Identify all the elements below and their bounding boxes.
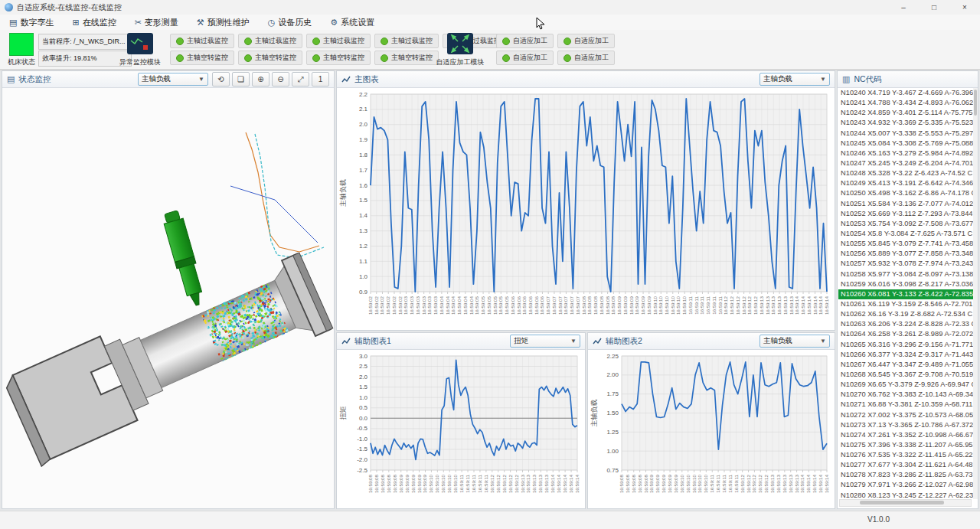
menu-item-4[interactable]: ◷设备历史 (259, 15, 322, 30)
adaptive-badge-r2-0[interactable]: 自适应加工 (496, 51, 554, 65)
adaptive-badge-r2-1[interactable]: 自适应加工 (557, 51, 615, 65)
overload-badge-3[interactable]: 主轴过载监控 (374, 34, 439, 48)
close-button[interactable]: × (949, 1, 980, 15)
chart-icon (341, 75, 351, 84)
nc-line[interactable]: N10270 X6.762 Y-3.383 Z-10.143 A-69.34 (838, 390, 973, 400)
signal-select-dropdown[interactable]: 主轴负载 ▼ (138, 73, 208, 86)
nc-line[interactable]: N10272 X7.002 Y-3.375 Z-10.573 A-68.05 (838, 410, 973, 420)
nc-line[interactable]: N10278 X7.823 Y-3.286 Z-11.825 A-63.73 (838, 470, 973, 480)
nc-line[interactable]: N10252 X5.669 Y-3.112 Z-7.293 A-73.844 (838, 209, 973, 219)
nc-line[interactable]: N10254 X5.8 Y-3.084 Z-7.625 A-73.571 C (838, 229, 973, 239)
nc-hscroll-thumb[interactable] (860, 501, 944, 505)
nc-line[interactable]: N10265 X6.316 Y-3.296 Z-9.156 A-71.771 (838, 340, 973, 350)
aux-chart2-signal-dropdown[interactable]: 主轴负载 ▼ (760, 335, 830, 348)
nc-code-list[interactable]: N10240 X4.719 Y-3.467 Z-4.669 A-76.396N1… (838, 88, 973, 499)
abnormal-monitor-module-icon[interactable] (127, 33, 153, 54)
nc-line[interactable]: N10276 X7.535 Y-3.322 Z-11.415 A-65.22 (838, 450, 973, 460)
svg-text:16:59:13: 16:59:13 (759, 296, 764, 315)
nc-code-title: NC代码 (854, 74, 881, 85)
aux-chart2-plot[interactable]: 16:59:0816:59:0816:59:0816:59:0816:59:08… (588, 350, 835, 508)
nc-line[interactable]: N10268 X6.545 Y-3.367 Z-9.708 A-70.519 (838, 370, 973, 380)
adaptive-badge-r1-1[interactable]: 自适应加工 (557, 34, 615, 48)
nc-vertical-scrollbar[interactable] (973, 88, 978, 499)
nc-line[interactable]: N10274 X7.261 Y-3.352 Z-10.998 A-66.67 (838, 430, 973, 440)
nc-line[interactable]: N10259 X6.016 Y-3.098 Z-8.217 A-73.036 (838, 279, 973, 289)
nc-line[interactable]: N10277 X7.677 Y-3.304 Z-11.621 A-64.48 (838, 460, 973, 470)
menu-item-2[interactable]: ✂变形测量 (126, 15, 188, 30)
aux-chart1-title: 辅助图表1 (354, 336, 391, 347)
aux-chart2-header: 辅助图表2 主轴负载 ▼ (588, 333, 835, 350)
nc-line[interactable]: N10266 X6.377 Y-3.324 Z-9.317 A-71.443 (838, 350, 973, 360)
reset-view-icon[interactable]: ⟲ (212, 72, 230, 87)
svg-text:0.5: 0.5 (359, 404, 368, 411)
nc-line-current[interactable]: N10260 X6.081 Y-3.133 Z-8.422 A-72.835 (838, 289, 973, 299)
zoom-out-icon[interactable]: ⊖ (272, 72, 289, 87)
fit-view-icon[interactable]: ⤢ (292, 72, 309, 87)
nc-line[interactable]: N10261 X6.119 Y-3.159 Z-8.546 A-72.701 (838, 299, 973, 309)
main-chart-plot[interactable]: 16:59:0216:59:0216:59:0216:59:0216:59:02… (337, 88, 835, 330)
nc-vscroll-thumb[interactable] (974, 90, 977, 116)
nc-line[interactable]: N10250 X5.498 Y-3.162 Z-6.86 A-74.178 C (838, 188, 973, 198)
menu-item-0[interactable]: ▤数字孪生 (0, 15, 63, 30)
adaptive-badge-row-2: 自适应加工自适应加工 (496, 51, 615, 65)
minimize-button[interactable]: – (888, 1, 919, 15)
zoom-in-icon[interactable]: ⊕ (252, 72, 270, 87)
status-monitor-title: 状态监控 (18, 74, 51, 85)
nc-line[interactable]: N10269 X6.65 Y-3.379 Z-9.926 A-69.947 C (838, 380, 973, 390)
aux-chart1-plot[interactable]: 16:59:0816:59:0816:59:0816:59:0816:59:08… (337, 350, 585, 508)
nc-line[interactable]: N10263 X6.206 Y-3.224 Z-8.828 A-72.33 C (838, 319, 973, 329)
overload-badge-2[interactable]: 主轴过载监控 (306, 34, 371, 48)
nc-line[interactable]: N10264 X6.258 Y-3.261 Z-8.989 A-72.072 (838, 329, 973, 339)
nc-line[interactable]: N10255 X5.845 Y-3.079 Z-7.741 A-73.458 (838, 239, 973, 249)
nc-line[interactable]: N10273 X7.13 Y-3.365 Z-10.786 A-67.372 (838, 420, 973, 430)
idle-badge-2[interactable]: 主轴空转监控 (306, 51, 371, 65)
maximize-button[interactable]: □ (919, 1, 949, 15)
nc-line[interactable]: N10244 X5.007 Y-3.338 Z-5.553 A-75.297 (838, 129, 973, 139)
adaptive-module-icon[interactable] (447, 33, 473, 54)
svg-text:16:59:05: 16:59:05 (486, 296, 492, 315)
pan-icon[interactable]: ❏ (232, 72, 250, 87)
status-dot-icon (381, 54, 388, 62)
nc-line[interactable]: N10256 X5.889 Y-3.077 Z-7.858 A-73.348 (838, 249, 973, 259)
main-chart-signal-dropdown[interactable]: 主轴负载 ▼ (760, 73, 830, 86)
nc-line[interactable]: N10245 X5.084 Y-3.308 Z-5.769 A-75.088 (838, 139, 973, 149)
nc-line[interactable]: N10253 X5.754 Y-3.092 Z-7.508 A-73.677 (838, 219, 973, 229)
nc-line[interactable]: N10258 X5.977 Y-3.084 Z-8.097 A-73.138 (838, 269, 973, 279)
svg-text:16:59:11: 16:59:11 (699, 296, 704, 314)
idle-badge-0[interactable]: 主轴空转监控 (170, 51, 234, 65)
nc-horizontal-scrollbar[interactable] (839, 499, 972, 507)
nc-line[interactable]: N10241 X4.788 Y-3.434 Z-4.893 A-76.062 (838, 98, 973, 108)
adaptive-badge-r1-0[interactable]: 自适应加工 (496, 34, 554, 48)
nc-line[interactable]: N10242 X4.859 Y-3.401 Z-5.114 A-75.775 (838, 108, 973, 118)
nc-line[interactable]: N10247 X5.245 Y-3.249 Z-6.204 A-74.701 (838, 158, 973, 168)
svg-text:16:59:13: 16:59:13 (520, 474, 525, 493)
nc-line[interactable]: N10275 X7.396 Y-3.338 Z-11.207 A-65.95 (838, 440, 973, 450)
scale-1-button[interactable]: 1 (312, 72, 329, 87)
idle-badge-1[interactable]: 主轴空转监控 (238, 51, 302, 65)
svg-text:16:59:04: 16:59:04 (445, 296, 450, 315)
menu-item-1[interactable]: ⊞在线监控 (63, 15, 125, 30)
nc-line[interactable]: N10249 X5.413 Y-3.191 Z-6.642 A-74.346 (838, 178, 973, 188)
nc-line[interactable]: N10248 X5.328 Y-3.22 Z-6.423 A-74.52 C (838, 168, 973, 178)
menu-item-3[interactable]: ⚒预测性维护 (188, 15, 259, 30)
svg-text:16:59:12: 16:59:12 (489, 474, 495, 493)
svg-text:16:59:14: 16:59:14 (805, 474, 811, 493)
menu-item-5[interactable]: ⚙系统设置 (321, 15, 384, 30)
svg-text:16:59:14: 16:59:14 (574, 474, 580, 493)
nc-line[interactable]: N10240 X4.719 Y-3.467 Z-4.669 A-76.396 (838, 88, 973, 98)
nc-line[interactable]: N10267 X6.447 Y-3.347 Z-9.489 A-71.055 (838, 360, 973, 370)
nc-line[interactable]: N10251 X5.584 Y-3.136 Z-7.077 A-74.012 (838, 199, 973, 209)
svg-text:1.25: 1.25 (606, 429, 619, 436)
nc-line[interactable]: N10257 X5.932 Y-3.078 Z-7.974 A-73.243 (838, 259, 973, 269)
nc-line[interactable]: N10280 X8.123 Y-3.245 Z-12.227 A-62.23 (838, 491, 973, 499)
machine-3d-view[interactable] (2, 88, 334, 508)
nc-line[interactable]: N10262 X6.16 Y-3.19 Z-8.682 A-72.534 C (838, 309, 973, 319)
nc-line[interactable]: N10243 X4.932 Y-3.369 Z-5.335 A-75.523 (838, 118, 973, 128)
toolbar: 机床状态 当前程序: /_N_WKS_DIR... 效率提升: 19.81% 异… (0, 30, 980, 70)
nc-line[interactable]: N10271 X6.88 Y-3.381 Z-10.359 A-68.711 (838, 400, 973, 410)
nc-line[interactable]: N10279 X7.971 Y-3.266 Z-12.027 A-62.98 (838, 480, 973, 490)
nc-line[interactable]: N10246 X5.163 Y-3.279 Z-5.984 A-74.892 (838, 149, 973, 158)
overload-badge-1[interactable]: 主轴过载监控 (238, 34, 302, 48)
aux-chart1-signal-dropdown[interactable]: 扭矩 ▼ (510, 335, 580, 348)
overload-badge-0[interactable]: 主轴过载监控 (170, 34, 234, 48)
